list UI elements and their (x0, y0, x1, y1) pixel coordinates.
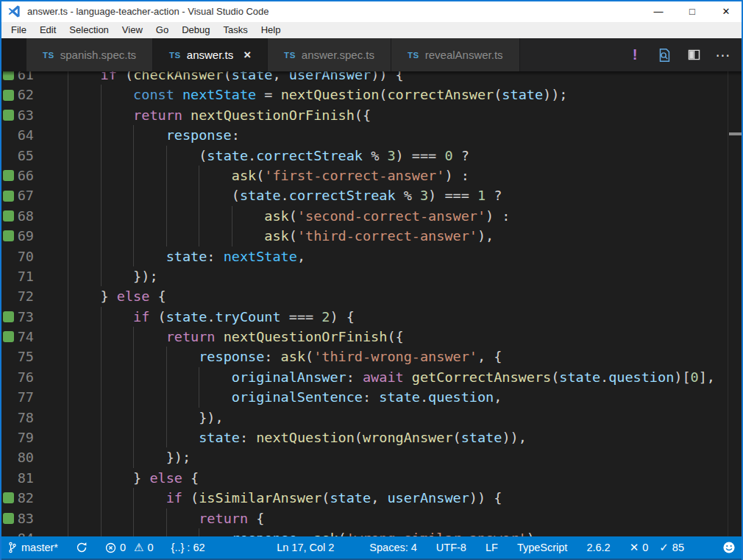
line-number: 63 (18, 105, 34, 125)
code-line[interactable]: 61 if (checkAnswer(state, userAnswer)) { (0, 71, 743, 85)
overview-ruler-marker[interactable] (729, 132, 742, 135)
code-line[interactable]: 75 response: ask('third-wrong-answer', { (0, 347, 743, 366)
token: : (240, 430, 256, 445)
line-number: 65 (18, 146, 34, 166)
gutter: 78 (0, 408, 41, 428)
git-branch-item[interactable]: master* (7, 542, 58, 553)
menu-item-file[interactable]: File (4, 22, 33, 38)
menu-item-help[interactable]: Help (255, 22, 288, 38)
token: ], (699, 369, 715, 385)
code-line[interactable]: 68 ask('second-correct-answer') : (0, 206, 743, 226)
tab-answer.ts[interactable]: TSanswer.ts× (153, 38, 268, 71)
menu-item-view[interactable]: View (115, 22, 149, 38)
code-line[interactable]: 80 }); (0, 447, 743, 467)
indent-guide (101, 428, 102, 447)
indent-guide (199, 367, 199, 387)
maximize-button[interactable]: □ (675, 0, 709, 22)
tab-spanish.spec.ts[interactable]: TSspanish.spec.ts (26, 38, 153, 71)
vscode-logo-icon (7, 4, 21, 18)
token: ( (551, 369, 559, 385)
menu-item-tasks[interactable]: Tasks (216, 22, 254, 38)
token: : (346, 369, 363, 385)
code-line[interactable]: 69 ask('third-correct-answer'), (0, 226, 743, 246)
token: 'wrong-similar-answer' (346, 531, 527, 536)
menu-item-debug[interactable]: Debug (175, 22, 216, 38)
sync-button[interactable] (76, 542, 88, 553)
code-line[interactable]: 70 state: nextState, (0, 247, 743, 266)
code-line[interactable]: 63 return nextQuestionOrFinish({ (0, 105, 743, 125)
code-line[interactable]: 82 if (isSimilarAnswer(state, userAnswer… (0, 488, 743, 508)
code-line[interactable]: 79 state: nextQuestion(wrongAnswer(state… (0, 428, 743, 447)
indent-guide (133, 146, 134, 166)
token: nextQuestionOrFinish (191, 107, 355, 123)
indent-guide (101, 85, 102, 104)
sync-icon (76, 542, 88, 553)
ts-version[interactable]: 2.6.2 (586, 542, 610, 553)
fail-count: 0 (642, 542, 648, 553)
code-line[interactable]: 71 }); (0, 266, 743, 286)
code-line[interactable]: 67 (state.correctStreak % 3) === 1 ? (0, 185, 743, 205)
search-preview-icon[interactable] (655, 44, 674, 66)
test-results-item[interactable]: ✕ 0 ✓ 85 (630, 541, 684, 554)
more-actions-icon[interactable]: ⋯ (714, 44, 733, 66)
code-line[interactable]: 62 const nextState = nextQuestion(correc… (0, 85, 743, 104)
code-line[interactable]: 76 originalAnswer: await getCorrectAnswe… (0, 367, 743, 387)
tab-answer.spec.ts[interactable]: TSanswer.spec.ts (268, 38, 391, 71)
indent-guide (68, 307, 68, 327)
editor[interactable]: 61 if (checkAnswer(state, userAnswer)) {… (0, 71, 743, 536)
indent-guide (68, 488, 68, 508)
minimize-button[interactable]: — (641, 0, 675, 22)
token: originalAnswer (232, 369, 346, 385)
token: state (461, 430, 502, 445)
line-number: 82 (18, 488, 34, 508)
tab-bar: TSspanish.spec.tsTSanswer.ts×TSanswer.sp… (0, 38, 743, 71)
code-line[interactable]: 72 } else { (0, 286, 743, 306)
token: state (166, 309, 207, 325)
code-line[interactable]: 74 return nextQuestionOrFinish({ (0, 327, 743, 347)
indentation-setting[interactable]: Spaces: 4 (369, 542, 417, 553)
code-line[interactable]: 73 if (state.tryCount === 2) { (0, 307, 743, 327)
code-line[interactable]: 81 } else { (0, 468, 743, 488)
status-bar: master* 0 ⚠ 0 {..} : 62 Ln 17, Col 2 (0, 536, 743, 560)
close-button[interactable]: ✕ (709, 0, 743, 22)
menu-item-go[interactable]: Go (149, 22, 175, 38)
token: ) === (428, 188, 477, 203)
token: state (207, 148, 248, 163)
indent-guide (68, 125, 68, 145)
token: { (248, 511, 264, 526)
code-line[interactable]: 83 return { (0, 508, 743, 528)
code-line[interactable]: 65 (state.correctStreak % 3) === 0 ? (0, 146, 743, 166)
indent-guide (68, 206, 68, 226)
token: { (182, 470, 199, 486)
indent-guide (133, 185, 134, 205)
indent-guide (133, 206, 134, 226)
code-line[interactable]: 84 response: ask('wrong-similar-answer')… (0, 528, 743, 536)
encoding-setting[interactable]: UTF-8 (436, 542, 466, 553)
branch-name: master* (21, 542, 58, 553)
menu-item-selection[interactable]: Selection (63, 22, 115, 38)
tab-close-icon[interactable]: × (243, 49, 251, 61)
indent-guide (133, 226, 134, 246)
code-line[interactable]: 66 ask('first-correct-answer') : (0, 166, 743, 185)
cursor-position[interactable]: Ln 17, Col 2 (277, 542, 334, 553)
eol-setting[interactable]: LF (486, 542, 498, 553)
indent-guide (68, 387, 68, 407)
feedback-smiley-icon[interactable] (722, 541, 736, 554)
token: . (600, 369, 608, 385)
indent-guide (68, 286, 68, 306)
token: ( (117, 71, 133, 82)
split-editor-icon[interactable] (684, 44, 703, 66)
code-line[interactable]: 77 originalSentence: state.question, (0, 387, 743, 407)
code-line[interactable]: 78 }), (0, 408, 743, 428)
language-mode[interactable]: TypeScript (517, 542, 568, 553)
token: ( (379, 87, 387, 102)
bracket-metric-item[interactable]: {..} : 62 (171, 542, 205, 553)
problems-item[interactable]: 0 ⚠ 0 (105, 541, 154, 554)
menu-item-edit[interactable]: Edit (33, 22, 63, 38)
tab-revealAnswer.ts[interactable]: TSrevealAnswer.ts (391, 38, 520, 71)
exclamation-icon[interactable]: ! (625, 44, 644, 66)
token: }); (133, 269, 157, 284)
token: tryCount (216, 309, 281, 325)
gutter: 62 (0, 85, 41, 104)
code-line[interactable]: 64 response: (0, 125, 743, 145)
